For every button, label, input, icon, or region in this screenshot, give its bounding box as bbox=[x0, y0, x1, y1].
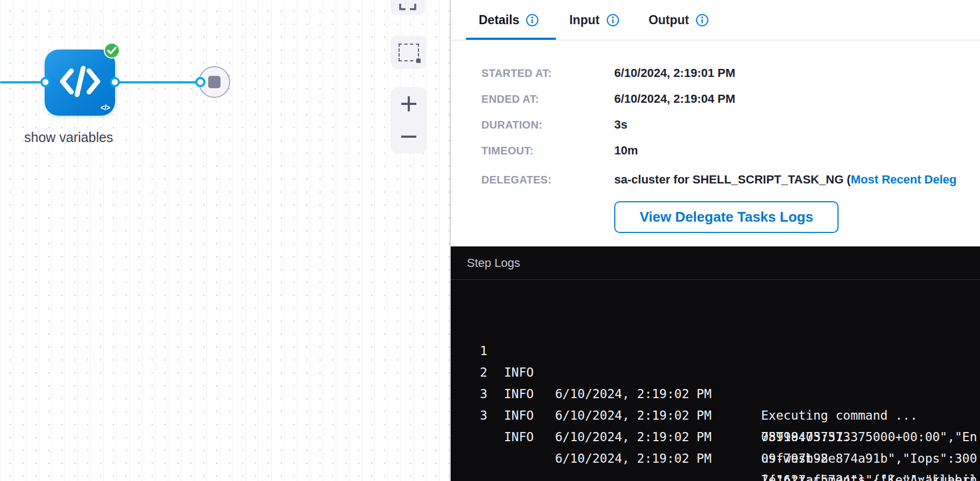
log-line: 2 INFO 6/10/2024, 2:19:02 PM 75998473737… bbox=[451, 340, 980, 362]
log-line: 3 INFO 6/10/2024, 2:19:02 PM [{"Attachme… bbox=[451, 383, 980, 405]
node-input-port[interactable] bbox=[40, 77, 51, 87]
tab-output[interactable]: Output bbox=[649, 13, 709, 27]
detail-row-delegates: DELEGATES: sa-cluster for SHELL_SCRIPT_T… bbox=[451, 167, 980, 193]
step-logs-header: Step Logs bbox=[451, 246, 980, 280]
detail-row-duration: DURATION: 3s bbox=[451, 112, 980, 138]
detail-row-timeout: TIMEOUT: 10m bbox=[451, 138, 980, 164]
log-line-wrapped: 09f797b98e874a91b","Iops":300 bbox=[451, 426, 980, 448]
fit-to-screen-icon bbox=[397, 2, 418, 12]
tab-input[interactable]: Input bbox=[569, 13, 619, 27]
zoom-in-button[interactable] bbox=[390, 87, 427, 121]
end-node-port[interactable] bbox=[195, 77, 205, 87]
execution-details: STARTED AT: 6/10/2024, 2:19:01 PM ENDED … bbox=[451, 60, 980, 193]
log-line-wrapped: 7e1627af5724"},{"Key":"kubern bbox=[451, 448, 980, 469]
step-logs-title: Step Logs bbox=[467, 256, 520, 270]
zoom-controls bbox=[390, 87, 427, 153]
plus-icon bbox=[400, 95, 418, 113]
incoming-edge bbox=[0, 81, 45, 83]
log-line: 3 INFO 6/10/2024, 2:19:02 PM us-west-2 bbox=[451, 362, 980, 383]
node-output-port[interactable] bbox=[110, 77, 120, 87]
marquee-select-icon bbox=[399, 44, 419, 61]
step-node-label: show variables bbox=[24, 130, 113, 145]
marquee-select-button[interactable] bbox=[390, 36, 427, 69]
delegate-name: sa-cluster for SHELL_SCRIPT_TASK_NG ( bbox=[614, 173, 851, 186]
success-check-badge bbox=[104, 43, 120, 59]
info-icon[interactable] bbox=[695, 13, 709, 27]
shell-script-mini-icon: </> bbox=[101, 103, 110, 112]
log-lines: 1 INFO 6/10/2024, 2:19:02 PM Executing c… bbox=[451, 319, 980, 481]
info-icon[interactable] bbox=[525, 13, 539, 27]
log-line-wrapped: {"Key":"kubernetes.io/create bbox=[451, 469, 980, 481]
stop-square-icon bbox=[208, 76, 221, 88]
pipeline-execution-view: </> show variables bbox=[0, 0, 980, 481]
pipeline-canvas[interactable]: </> show variables bbox=[0, 0, 451, 481]
detail-row-started-at: STARTED AT: 6/10/2024, 2:19:01 PM bbox=[451, 60, 980, 86]
step-node-show-variables[interactable]: </> bbox=[45, 49, 115, 116]
details-tabbar: Details Input Output bbox=[451, 0, 980, 40]
active-tab-underline bbox=[466, 38, 556, 40]
most-recent-delegate-link[interactable]: Most Recent Deleg bbox=[851, 173, 957, 186]
log-line: 1 INFO 6/10/2024, 2:19:02 PM Executing c… bbox=[451, 319, 980, 340]
step-details-panel: Details Input Output bbox=[451, 0, 980, 481]
step-logs-console[interactable]: Step Logs 1 INFO 6/10/2024, 2:19:02 PM E… bbox=[451, 246, 980, 481]
fit-to-screen-button[interactable] bbox=[390, 0, 425, 15]
view-delegate-tasks-logs-button[interactable]: View Delegate Tasks Logs bbox=[614, 201, 839, 233]
info-icon[interactable] bbox=[606, 13, 620, 27]
minus-icon bbox=[400, 128, 418, 146]
zoom-out-button[interactable] bbox=[390, 121, 427, 154]
log-line-wrapped: 08T19:05:51.375000+00:00","En bbox=[451, 405, 980, 426]
tab-details[interactable]: Details bbox=[479, 13, 539, 27]
outgoing-edge bbox=[115, 81, 200, 83]
code-icon bbox=[58, 63, 102, 99]
detail-row-ended-at: ENDED AT: 6/10/2024, 2:19:04 PM bbox=[451, 86, 980, 112]
